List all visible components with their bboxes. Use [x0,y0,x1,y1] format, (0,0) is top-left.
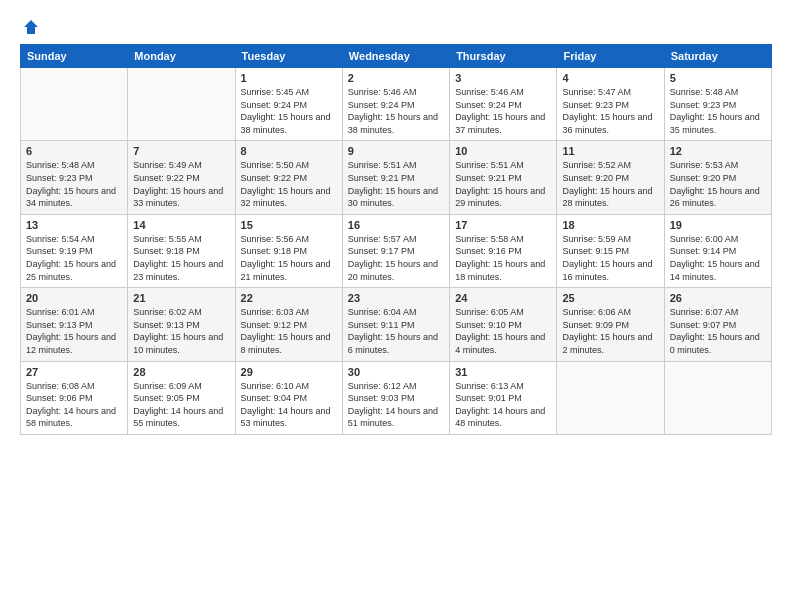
calendar-cell: 11Sunrise: 5:52 AMSunset: 9:20 PMDayligh… [557,141,664,214]
weekday-header-sunday: Sunday [21,45,128,68]
calendar-week-row: 6Sunrise: 5:48 AMSunset: 9:23 PMDaylight… [21,141,772,214]
calendar-cell: 26Sunrise: 6:07 AMSunset: 9:07 PMDayligh… [664,288,771,361]
weekday-header-friday: Friday [557,45,664,68]
day-info: Sunrise: 5:53 AMSunset: 9:20 PMDaylight:… [670,159,766,209]
calendar-cell: 23Sunrise: 6:04 AMSunset: 9:11 PMDayligh… [342,288,449,361]
calendar-cell: 29Sunrise: 6:10 AMSunset: 9:04 PMDayligh… [235,361,342,434]
day-info: Sunrise: 6:06 AMSunset: 9:09 PMDaylight:… [562,306,658,356]
calendar-week-row: 27Sunrise: 6:08 AMSunset: 9:06 PMDayligh… [21,361,772,434]
day-info: Sunrise: 5:45 AMSunset: 9:24 PMDaylight:… [241,86,337,136]
calendar-cell: 16Sunrise: 5:57 AMSunset: 9:17 PMDayligh… [342,214,449,287]
calendar-cell: 14Sunrise: 5:55 AMSunset: 9:18 PMDayligh… [128,214,235,287]
day-number: 8 [241,145,337,157]
day-info: Sunrise: 5:49 AMSunset: 9:22 PMDaylight:… [133,159,229,209]
calendar-cell: 6Sunrise: 5:48 AMSunset: 9:23 PMDaylight… [21,141,128,214]
weekday-header-monday: Monday [128,45,235,68]
day-info: Sunrise: 6:05 AMSunset: 9:10 PMDaylight:… [455,306,551,356]
day-info: Sunrise: 5:55 AMSunset: 9:18 PMDaylight:… [133,233,229,283]
day-number: 1 [241,72,337,84]
day-info: Sunrise: 5:48 AMSunset: 9:23 PMDaylight:… [26,159,122,209]
calendar-week-row: 20Sunrise: 6:01 AMSunset: 9:13 PMDayligh… [21,288,772,361]
day-info: Sunrise: 6:02 AMSunset: 9:13 PMDaylight:… [133,306,229,356]
day-info: Sunrise: 6:08 AMSunset: 9:06 PMDaylight:… [26,380,122,430]
day-number: 2 [348,72,444,84]
weekday-header-tuesday: Tuesday [235,45,342,68]
calendar-cell: 27Sunrise: 6:08 AMSunset: 9:06 PMDayligh… [21,361,128,434]
calendar-cell: 30Sunrise: 6:12 AMSunset: 9:03 PMDayligh… [342,361,449,434]
calendar-cell: 8Sunrise: 5:50 AMSunset: 9:22 PMDaylight… [235,141,342,214]
day-info: Sunrise: 5:46 AMSunset: 9:24 PMDaylight:… [455,86,551,136]
day-info: Sunrise: 5:47 AMSunset: 9:23 PMDaylight:… [562,86,658,136]
calendar-cell: 22Sunrise: 6:03 AMSunset: 9:12 PMDayligh… [235,288,342,361]
calendar-cell: 19Sunrise: 6:00 AMSunset: 9:14 PMDayligh… [664,214,771,287]
calendar-cell: 28Sunrise: 6:09 AMSunset: 9:05 PMDayligh… [128,361,235,434]
day-info: Sunrise: 6:07 AMSunset: 9:07 PMDaylight:… [670,306,766,356]
calendar-cell: 18Sunrise: 5:59 AMSunset: 9:15 PMDayligh… [557,214,664,287]
day-info: Sunrise: 6:09 AMSunset: 9:05 PMDaylight:… [133,380,229,430]
calendar-cell: 9Sunrise: 5:51 AMSunset: 9:21 PMDaylight… [342,141,449,214]
calendar-cell [557,361,664,434]
day-info: Sunrise: 5:51 AMSunset: 9:21 PMDaylight:… [455,159,551,209]
day-info: Sunrise: 5:46 AMSunset: 9:24 PMDaylight:… [348,86,444,136]
header [20,18,772,34]
calendar-cell: 3Sunrise: 5:46 AMSunset: 9:24 PMDaylight… [450,68,557,141]
day-number: 23 [348,292,444,304]
day-number: 17 [455,219,551,231]
calendar-cell: 4Sunrise: 5:47 AMSunset: 9:23 PMDaylight… [557,68,664,141]
day-number: 19 [670,219,766,231]
day-info: Sunrise: 6:03 AMSunset: 9:12 PMDaylight:… [241,306,337,356]
calendar-cell [664,361,771,434]
day-info: Sunrise: 6:13 AMSunset: 9:01 PMDaylight:… [455,380,551,430]
calendar-cell: 7Sunrise: 5:49 AMSunset: 9:22 PMDaylight… [128,141,235,214]
calendar-cell: 20Sunrise: 6:01 AMSunset: 9:13 PMDayligh… [21,288,128,361]
day-number: 26 [670,292,766,304]
calendar-week-row: 13Sunrise: 5:54 AMSunset: 9:19 PMDayligh… [21,214,772,287]
calendar: SundayMondayTuesdayWednesdayThursdayFrid… [20,44,772,435]
day-number: 16 [348,219,444,231]
day-info: Sunrise: 6:12 AMSunset: 9:03 PMDaylight:… [348,380,444,430]
calendar-week-row: 1Sunrise: 5:45 AMSunset: 9:24 PMDaylight… [21,68,772,141]
calendar-cell: 15Sunrise: 5:56 AMSunset: 9:18 PMDayligh… [235,214,342,287]
calendar-cell: 31Sunrise: 6:13 AMSunset: 9:01 PMDayligh… [450,361,557,434]
weekday-header-wednesday: Wednesday [342,45,449,68]
day-number: 24 [455,292,551,304]
day-number: 9 [348,145,444,157]
weekday-header-thursday: Thursday [450,45,557,68]
calendar-cell [128,68,235,141]
day-info: Sunrise: 5:51 AMSunset: 9:21 PMDaylight:… [348,159,444,209]
day-info: Sunrise: 6:04 AMSunset: 9:11 PMDaylight:… [348,306,444,356]
calendar-cell: 13Sunrise: 5:54 AMSunset: 9:19 PMDayligh… [21,214,128,287]
svg-marker-0 [24,20,38,34]
day-number: 27 [26,366,122,378]
calendar-cell: 21Sunrise: 6:02 AMSunset: 9:13 PMDayligh… [128,288,235,361]
day-number: 11 [562,145,658,157]
weekday-header-saturday: Saturday [664,45,771,68]
calendar-cell: 12Sunrise: 5:53 AMSunset: 9:20 PMDayligh… [664,141,771,214]
day-number: 21 [133,292,229,304]
day-info: Sunrise: 5:56 AMSunset: 9:18 PMDaylight:… [241,233,337,283]
day-info: Sunrise: 6:01 AMSunset: 9:13 PMDaylight:… [26,306,122,356]
day-number: 20 [26,292,122,304]
day-number: 7 [133,145,229,157]
day-number: 4 [562,72,658,84]
day-info: Sunrise: 5:52 AMSunset: 9:20 PMDaylight:… [562,159,658,209]
day-info: Sunrise: 5:54 AMSunset: 9:19 PMDaylight:… [26,233,122,283]
calendar-cell: 5Sunrise: 5:48 AMSunset: 9:23 PMDaylight… [664,68,771,141]
day-info: Sunrise: 5:59 AMSunset: 9:15 PMDaylight:… [562,233,658,283]
day-info: Sunrise: 6:00 AMSunset: 9:14 PMDaylight:… [670,233,766,283]
day-number: 14 [133,219,229,231]
day-number: 28 [133,366,229,378]
day-number: 12 [670,145,766,157]
day-number: 13 [26,219,122,231]
day-number: 30 [348,366,444,378]
day-number: 10 [455,145,551,157]
day-number: 15 [241,219,337,231]
day-number: 29 [241,366,337,378]
calendar-cell: 17Sunrise: 5:58 AMSunset: 9:16 PMDayligh… [450,214,557,287]
logo [20,18,40,34]
day-info: Sunrise: 5:50 AMSunset: 9:22 PMDaylight:… [241,159,337,209]
day-number: 6 [26,145,122,157]
day-number: 31 [455,366,551,378]
day-number: 22 [241,292,337,304]
calendar-cell: 25Sunrise: 6:06 AMSunset: 9:09 PMDayligh… [557,288,664,361]
